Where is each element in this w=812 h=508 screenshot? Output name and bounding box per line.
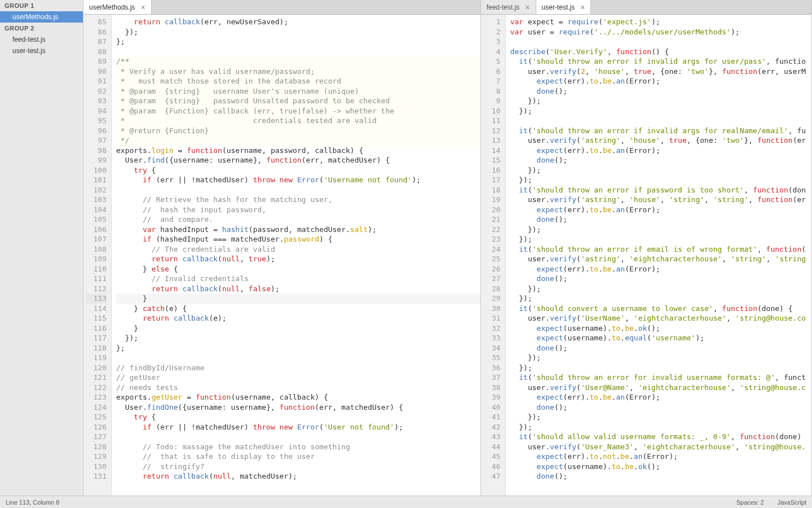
editor-pane-left: userMethods.js × 85868788899091929394959… [83, 0, 481, 496]
editor-panes: userMethods.js × 85868788899091929394959… [83, 0, 812, 496]
sidebar-item-usermethods[interactable]: userMethods.js [0, 11, 83, 23]
close-icon[interactable]: × [140, 3, 145, 12]
sidebar-item-feed-test[interactable]: feed-test.js [0, 34, 83, 45]
tab-label: userMethods.js [89, 3, 135, 11]
code-area[interactable]: var expect = require('expect.js');var us… [506, 15, 811, 496]
group-header-2[interactable]: GROUP 2 [0, 23, 83, 34]
tab-bar-left: userMethods.js × [83, 0, 480, 15]
status-bar: Line 113, Column 8 Spaces: 2 JavaScript [0, 496, 812, 508]
sidebar-item-user-test[interactable]: user-test.js [0, 45, 83, 56]
sidebar: GROUP 1 userMethods.js GROUP 2 feed-test… [0, 0, 83, 496]
gutter[interactable]: 1234567891011121314151617181920212223242… [481, 15, 506, 496]
editor-right[interactable]: 1234567891011121314151617181920212223242… [481, 15, 811, 496]
editor-left[interactable]: 8586878889909192939495969798991001011021… [83, 15, 480, 496]
code-area[interactable]: return callback(err, newUserSaved); });}… [112, 15, 480, 496]
status-spaces[interactable]: Spaces: 2 [736, 499, 764, 506]
close-icon[interactable]: × [580, 3, 585, 12]
tab-usermethods[interactable]: userMethods.js × [83, 0, 152, 14]
workspace: GROUP 1 userMethods.js GROUP 2 feed-test… [0, 0, 812, 496]
editor-pane-right: feed-test.js × user-test.js × 1234567891… [481, 0, 812, 496]
tab-bar-right: feed-test.js × user-test.js × [481, 0, 811, 15]
group-header-1[interactable]: GROUP 1 [0, 0, 83, 11]
tab-label: user-test.js [542, 3, 575, 11]
status-cursor[interactable]: Line 113, Column 8 [6, 499, 736, 506]
gutter[interactable]: 8586878889909192939495969798991001011021… [83, 15, 112, 496]
close-icon[interactable]: × [525, 3, 529, 12]
tab-label: feed-test.js [487, 3, 520, 11]
tab-feed-test[interactable]: feed-test.js × [481, 0, 536, 14]
tab-user-test[interactable]: user-test.js × [536, 0, 592, 14]
status-lang[interactable]: JavaScript [778, 499, 806, 506]
